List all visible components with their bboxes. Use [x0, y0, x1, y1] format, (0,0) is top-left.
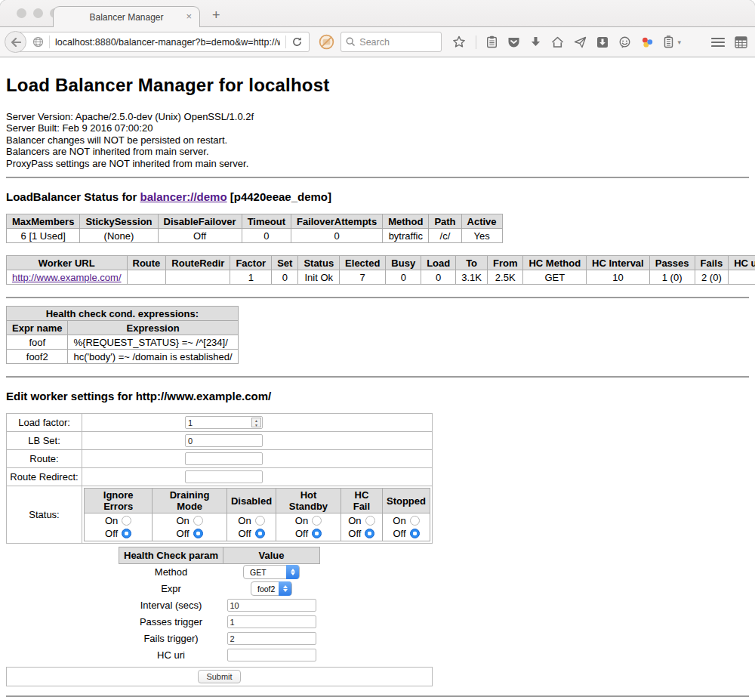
- page-title: Load Balancer Manager for localhost: [6, 75, 749, 96]
- interval-input[interactable]: [227, 599, 316, 612]
- edit-worker-form: Load factor: ▲▼ LB Set: Route: Route Red…: [6, 413, 433, 686]
- lb-set-input[interactable]: [185, 434, 263, 447]
- method-select[interactable]: GET: [243, 565, 300, 579]
- route-redirect-input[interactable]: [185, 470, 263, 483]
- worker-table: Worker URL Route RouteRedir Factor Set S…: [6, 255, 755, 285]
- load-factor-cell: ▲▼: [82, 414, 433, 432]
- column-header: Path: [429, 214, 461, 229]
- status-on-radio[interactable]: [193, 516, 203, 526]
- status-off-radio[interactable]: [312, 529, 322, 538]
- form-row: Passes trigger: [119, 614, 320, 631]
- hc-fail-cell: On Off: [341, 513, 382, 541]
- form-row: Route:: [7, 450, 433, 468]
- status-off-radio[interactable]: [122, 529, 131, 538]
- column-header: Stopped: [382, 489, 430, 513]
- column-header: Ignore Errors: [85, 489, 153, 513]
- status-on-radio[interactable]: [365, 516, 375, 526]
- browser-window: Balancer Manager × + localhost:8880/bala…: [0, 0, 755, 700]
- status-table: Ignore Errors Draining Mode Disabled Hot…: [84, 488, 430, 541]
- form-row: Route Redirect:: [7, 468, 433, 486]
- menu-icon[interactable]: [711, 37, 725, 48]
- column-header: DisableFailover: [158, 214, 242, 229]
- worker-url-cell: http://www.example.com/: [7, 270, 128, 285]
- passes-input[interactable]: [227, 615, 316, 628]
- grid-icon[interactable]: [735, 36, 747, 48]
- reload-icon[interactable]: [291, 36, 303, 48]
- active-cell: Yes: [461, 229, 502, 243]
- fails-label: Fails trigger): [119, 631, 223, 647]
- routeredir-cell: [166, 270, 230, 285]
- status-on-radio[interactable]: [255, 516, 265, 526]
- status-off-radio[interactable]: [365, 529, 374, 538]
- to-cell: 3.1K: [456, 270, 488, 285]
- chat-smiley-icon[interactable]: [618, 36, 631, 48]
- worker-url-link[interactable]: http://www.example.com/: [12, 272, 122, 283]
- status-off-radio[interactable]: [410, 529, 420, 538]
- fails-input[interactable]: [227, 632, 316, 645]
- status-on-radio[interactable]: [312, 516, 322, 526]
- status-on-radio[interactable]: [122, 516, 131, 526]
- column-header: Timeout: [242, 214, 291, 229]
- bookmark-star-icon[interactable]: [452, 35, 466, 48]
- send-icon[interactable]: [574, 36, 587, 48]
- status-on-radio[interactable]: [410, 516, 420, 526]
- close-window-button[interactable]: [17, 8, 26, 18]
- block-icon[interactable]: [319, 34, 334, 50]
- pocket-icon[interactable]: [507, 36, 520, 48]
- balancer-demo-link[interactable]: balancer://demo: [140, 190, 227, 203]
- url-text[interactable]: localhost:8880/balancer-manager?b=demo&w…: [55, 37, 280, 48]
- edit-worker-heading: Edit worker settings for http://www.exam…: [6, 390, 749, 402]
- clipboard-icon[interactable]: [486, 35, 498, 48]
- dropdown-caret-icon[interactable]: ▾: [677, 39, 681, 46]
- container-icon[interactable]: [664, 35, 673, 48]
- table-title-row: Health check cond. expressions:: [7, 307, 239, 321]
- tab-close-icon[interactable]: ×: [186, 11, 192, 22]
- disabled-cell: On Off: [226, 513, 276, 541]
- on-label: On: [176, 515, 189, 526]
- new-tab-button[interactable]: +: [212, 8, 220, 23]
- hc-uri-cell: [223, 647, 320, 664]
- interval-cell: [223, 597, 320, 614]
- stickysession-cell: (None): [80, 229, 158, 243]
- search-bar[interactable]: Search: [341, 32, 442, 52]
- toolbar-separator: [476, 35, 476, 49]
- home-icon[interactable]: [551, 36, 564, 48]
- hc-expressions-table: Health check cond. expressions: Expr nam…: [6, 306, 239, 364]
- column-header: To: [456, 256, 488, 270]
- column-header: Draining Mode: [153, 489, 227, 513]
- server-version-line: Server Version: Apache/2.5.0-dev (Unix) …: [6, 111, 749, 122]
- expr-select[interactable]: foof2: [251, 581, 292, 596]
- status-off-radio[interactable]: [255, 529, 265, 538]
- tab-title: Balancer Manager: [89, 12, 163, 23]
- form-row: Health Check param Value Method GET Expr: [7, 544, 433, 668]
- table-row: 6 [1 Used] (None) Off 0 0 bytraffic /c/ …: [7, 229, 503, 243]
- select-stepper-icon: [279, 581, 291, 596]
- off-label: Off: [177, 528, 190, 539]
- health-check-cell: Health Check param Value Method GET Expr: [7, 544, 433, 668]
- table-row: foof2 hc('body') =~ /domain is establish…: [7, 350, 239, 364]
- url-bar[interactable]: localhost:8880/balancer-manager?b=demo&w…: [15, 32, 310, 52]
- expr-name-cell: foof: [7, 335, 68, 350]
- hc-uri-input[interactable]: [227, 649, 316, 661]
- column-header: MaxMembers: [7, 214, 80, 229]
- colored-dots-icon[interactable]: [641, 36, 654, 48]
- submit-button[interactable]: Submit: [198, 670, 240, 683]
- minimize-window-button[interactable]: [33, 8, 43, 18]
- status-off-radio[interactable]: [193, 529, 203, 538]
- form-row: Method GET: [119, 564, 320, 581]
- divider: [6, 695, 749, 697]
- loadbalancer-status-heading: LoadBalancer Status for balancer://demo …: [6, 190, 749, 203]
- back-button[interactable]: [5, 31, 26, 53]
- search-icon: [346, 37, 356, 47]
- extension-download-icon[interactable]: [596, 36, 609, 48]
- tab-balancer-manager[interactable]: Balancer Manager ×: [53, 6, 200, 27]
- download-icon[interactable]: [530, 36, 541, 48]
- column-header: StickySession: [80, 214, 158, 229]
- globe-icon: [32, 36, 44, 48]
- stopped-cell: On Off: [382, 513, 430, 541]
- route-input[interactable]: [185, 452, 263, 465]
- column-header: Health Check param: [119, 547, 223, 564]
- number-spinner-icon[interactable]: ▲▼: [251, 418, 261, 427]
- table-header-row: Health Check param Value: [119, 547, 320, 564]
- disablefailover-cell: Off: [158, 229, 242, 243]
